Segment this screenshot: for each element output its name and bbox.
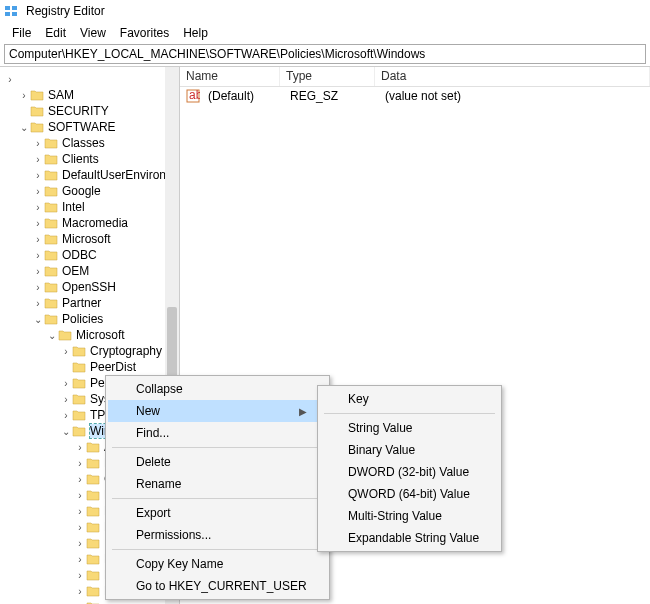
expand-icon[interactable]: › xyxy=(32,218,44,229)
expand-icon[interactable]: › xyxy=(74,570,86,581)
menu-item-go-to-hkey-current-user[interactable]: Go to HKEY_CURRENT_USER xyxy=(108,575,327,597)
menu-item-export[interactable]: Export xyxy=(108,502,327,524)
expand-icon[interactable]: › xyxy=(32,250,44,261)
folder-icon xyxy=(58,329,72,341)
menu-edit[interactable]: Edit xyxy=(39,24,72,40)
menu-item-dword-32-bit-value[interactable]: DWORD (32-bit) Value xyxy=(320,461,499,483)
expand-icon[interactable]: › xyxy=(74,506,86,517)
expand-icon[interactable]: › xyxy=(74,522,86,533)
expand-icon[interactable]: › xyxy=(74,442,86,453)
menu-item-copy-key-name[interactable]: Copy Key Name xyxy=(108,553,327,575)
menu-item-label: New xyxy=(136,404,160,418)
tree-item[interactable]: ›Intel xyxy=(0,199,179,215)
folder-icon xyxy=(86,537,100,549)
folder-icon xyxy=(44,265,58,277)
tree-item[interactable]: ›ODBC xyxy=(0,247,179,263)
expand-icon[interactable]: › xyxy=(32,202,44,213)
expand-icon[interactable]: › xyxy=(32,186,44,197)
folder-icon xyxy=(72,393,86,405)
value-row[interactable]: ab(Default)REG_SZ(value not set) xyxy=(180,87,650,105)
menu-help[interactable]: Help xyxy=(177,24,214,40)
tree-item[interactable]: ›Microsoft xyxy=(0,231,179,247)
folder-icon xyxy=(44,233,58,245)
tree-item[interactable]: ⌄SOFTWARE xyxy=(0,119,179,135)
svg-rect-1 xyxy=(5,12,10,16)
tree-item[interactable]: ›Macromedia xyxy=(0,215,179,231)
tree-item[interactable]: ⌄Microsoft xyxy=(0,327,179,343)
expand-icon[interactable]: › xyxy=(60,394,72,405)
tree-item[interactable]: ›Classes xyxy=(0,135,179,151)
svg-rect-3 xyxy=(12,12,17,16)
menu-item-permissions[interactable]: Permissions... xyxy=(108,524,327,546)
menu-item-find[interactable]: Find... xyxy=(108,422,327,444)
tree-item[interactable]: ›Partner xyxy=(0,295,179,311)
address-bar[interactable]: Computer\HKEY_LOCAL_MACHINE\SOFTWARE\Pol… xyxy=(4,44,646,64)
expand-icon[interactable]: › xyxy=(32,266,44,277)
tree-item[interactable]: ›Clients xyxy=(0,151,179,167)
menu-item-qword-64-bit-value[interactable]: QWORD (64-bit) Value xyxy=(320,483,499,505)
menu-item-new[interactable]: New▶ xyxy=(108,400,327,422)
tree-item[interactable]: ›SAM xyxy=(0,87,179,103)
expand-icon[interactable]: › xyxy=(74,458,86,469)
tree-item[interactable]: ›DefaultUserEnvironme xyxy=(0,167,179,183)
expand-icon[interactable]: › xyxy=(74,538,86,549)
menu-item-expandable-string-value[interactable]: Expandable String Value xyxy=(320,527,499,549)
tree-item[interactable]: › xyxy=(0,71,179,87)
menu-item-rename[interactable]: Rename xyxy=(108,473,327,495)
menu-view[interactable]: View xyxy=(74,24,112,40)
menu-item-collapse[interactable]: Collapse xyxy=(108,378,327,400)
tree-item[interactable]: ⌄Policies xyxy=(0,311,179,327)
menu-separator xyxy=(112,447,323,448)
svg-rect-2 xyxy=(12,6,17,10)
tree-item[interactable]: ›OpenSSH xyxy=(0,279,179,295)
menu-item-label: Go to HKEY_CURRENT_USER xyxy=(136,579,307,593)
menu-item-string-value[interactable]: String Value xyxy=(320,417,499,439)
menu-item-key[interactable]: Key xyxy=(320,388,499,410)
expand-icon[interactable]: › xyxy=(32,234,44,245)
folder-icon xyxy=(44,185,58,197)
expand-icon[interactable]: › xyxy=(60,378,72,389)
tree-item[interactable]: PeerDist xyxy=(0,359,179,375)
expand-icon[interactable]: › xyxy=(60,410,72,421)
column-data[interactable]: Data xyxy=(375,67,650,86)
menu-favorites[interactable]: Favorites xyxy=(114,24,175,40)
column-type[interactable]: Type xyxy=(280,67,375,86)
expand-icon[interactable]: › xyxy=(74,474,86,485)
expand-icon[interactable]: › xyxy=(74,490,86,501)
folder-icon xyxy=(86,569,100,581)
menu-item-label: String Value xyxy=(348,421,412,435)
column-name[interactable]: Name xyxy=(180,67,280,86)
menu-item-delete[interactable]: Delete xyxy=(108,451,327,473)
expand-icon[interactable]: › xyxy=(32,154,44,165)
expand-icon[interactable]: › xyxy=(74,586,86,597)
context-submenu-new[interactable]: KeyString ValueBinary ValueDWORD (32-bit… xyxy=(317,385,502,552)
folder-icon xyxy=(86,441,100,453)
expand-icon[interactable]: › xyxy=(4,74,16,85)
collapse-icon[interactable]: ⌄ xyxy=(18,122,30,133)
expand-icon[interactable]: › xyxy=(32,170,44,181)
expand-icon[interactable]: › xyxy=(74,554,86,565)
menubar: FileEditViewFavoritesHelp xyxy=(0,22,650,42)
expand-icon[interactable]: › xyxy=(32,298,44,309)
tree-item-label: Cryptography xyxy=(90,344,162,358)
collapse-icon[interactable]: ⌄ xyxy=(32,314,44,325)
expand-icon[interactable]: › xyxy=(60,346,72,357)
expand-icon[interactable]: › xyxy=(32,138,44,149)
svg-text:ab: ab xyxy=(189,89,200,102)
menu-separator xyxy=(324,413,495,414)
collapse-icon[interactable]: ⌄ xyxy=(60,426,72,437)
tree-item[interactable]: ›Cryptography xyxy=(0,343,179,359)
folder-icon xyxy=(44,201,58,213)
tree-item[interactable]: SECURITY xyxy=(0,103,179,119)
menu-item-binary-value[interactable]: Binary Value xyxy=(320,439,499,461)
list-header[interactable]: Name Type Data xyxy=(180,67,650,87)
tree-item[interactable]: ›Google xyxy=(0,183,179,199)
menu-file[interactable]: File xyxy=(6,24,37,40)
tree-item[interactable]: ›OEM xyxy=(0,263,179,279)
collapse-icon[interactable]: ⌄ xyxy=(46,330,58,341)
expand-icon[interactable]: › xyxy=(32,282,44,293)
context-menu[interactable]: CollapseNew▶Find...DeleteRenameExportPer… xyxy=(105,375,330,600)
expand-icon[interactable]: › xyxy=(18,90,30,101)
folder-icon xyxy=(44,217,58,229)
menu-item-multi-string-value[interactable]: Multi-String Value xyxy=(320,505,499,527)
